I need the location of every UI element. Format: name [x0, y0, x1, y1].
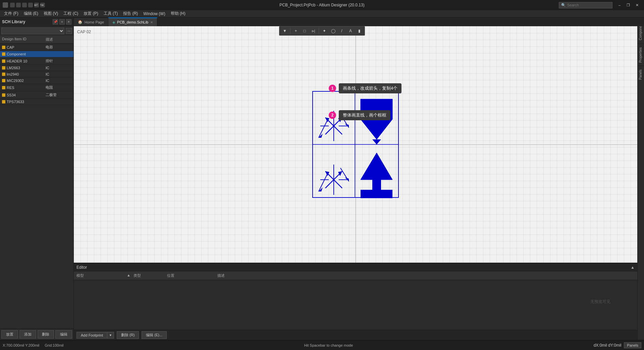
col-description: 描述: [215, 272, 637, 279]
tab-home-page[interactable]: 🏠 Home Page: [74, 17, 108, 26]
window-controls: – ❐ ✕: [615, 2, 641, 8]
canvas-background: CAP 02: [74, 26, 637, 263]
statusbar-grid: Grid:100mil: [45, 343, 63, 347]
component-table-header: Design Item ID 描述: [0, 36, 73, 44]
annotation-1: 1 画条线，改成箭头，复制4个: [329, 83, 401, 93]
window-title: PCB_Project.PrjPcb - Altium Designer (20…: [279, 3, 364, 7]
undo-icon[interactable]: ↩: [34, 3, 39, 7]
tab-home-label: Home Page: [85, 20, 104, 24]
statusbar: X:700.000mil Y:200mil Grid:100mil Hit Sp…: [0, 340, 644, 350]
list-item[interactable]: SS34 二极管: [0, 91, 73, 99]
add-footprint-split-button: Add Footprint ▼: [76, 332, 114, 339]
component-search-button[interactable]: ···: [66, 28, 72, 34]
annotation-text-1: 画条线，改成箭头，复制4个: [339, 83, 401, 93]
restore-button[interactable]: ❐: [624, 2, 633, 8]
add-footprint-dropdown-button[interactable]: ▼: [107, 332, 114, 339]
panel-close-icon[interactable]: ✕: [66, 19, 71, 25]
rectangle-button[interactable]: □: [301, 27, 309, 35]
sidebar-item-panels[interactable]: Panels: [638, 66, 644, 83]
menu-view[interactable]: 视图 (V): [41, 10, 61, 17]
list-item[interactable]: LM2663 IC: [0, 65, 73, 71]
menu-window[interactable]: Window (W): [141, 11, 168, 17]
print-icon[interactable]: [28, 3, 33, 7]
component-symbol-area: [312, 91, 399, 198]
col-sort[interactable]: ▲: [124, 272, 131, 279]
list-item[interactable]: MIC29302 IC: [0, 78, 73, 84]
col-position: 位置: [164, 272, 215, 279]
search-box[interactable]: 🔍: [559, 2, 612, 8]
place-button[interactable]: 放置: [1, 330, 18, 339]
svg-line-24: [319, 175, 327, 191]
add-object-button[interactable]: +: [292, 27, 300, 35]
menu-file[interactable]: 文件 (F): [1, 10, 21, 17]
filter-button[interactable]: ▼: [281, 27, 289, 35]
add-button[interactable]: 添加: [19, 330, 36, 339]
menu-reports[interactable]: 报告 (R): [120, 10, 141, 17]
editor-title: Editor: [76, 265, 87, 270]
align-button[interactable]: ⊳|: [309, 27, 317, 35]
list-item[interactable]: TPS73633: [0, 99, 73, 105]
list-item[interactable]: RES 电阻: [0, 84, 73, 91]
panel-menu-icon[interactable]: ≡: [59, 19, 65, 25]
editor-panel: Editor ▲ 模型 ▲ 类型 位置 描述 无预览可见 Add Footpri…: [74, 263, 637, 340]
star-button[interactable]: ✦: [320, 27, 328, 35]
list-item[interactable]: Component: [0, 51, 73, 57]
sidebar-item-properties[interactable]: Properties: [638, 44, 644, 66]
home-icon: 🏠: [78, 20, 83, 24]
save-icon[interactable]: [10, 3, 15, 7]
schlib-icon: ◈: [112, 20, 115, 25]
edit-button[interactable]: 编辑: [55, 330, 72, 339]
app-icon: [3, 2, 8, 8]
text-button[interactable]: A: [346, 27, 355, 35]
tab-close-icon[interactable]: ✕: [150, 20, 153, 24]
editor-bottom-bar: Add Footprint ▼ 删除 (R) 编辑 (E)...: [74, 330, 637, 340]
panel-search-bar: ···: [0, 26, 73, 36]
editor-empty-state: [74, 280, 637, 330]
svg-line-10: [319, 121, 327, 138]
tab-pcb-label: PCB_demo.SchLib: [117, 20, 148, 24]
add-footprint-button[interactable]: Add Footprint: [76, 332, 107, 339]
list-item[interactable]: HEADER 10 排针: [0, 57, 73, 65]
col-desc: 描述: [44, 36, 70, 43]
fill-button[interactable]: ▮: [355, 27, 363, 35]
quick-access-toolbar: ↩ ↪: [10, 3, 45, 7]
editor-expand-icon[interactable]: ▲: [631, 265, 635, 270]
menu-place[interactable]: 放置 (P): [81, 10, 101, 17]
panel-title: SCH Library: [2, 19, 25, 24]
new-icon[interactable]: [22, 3, 27, 7]
col-type: 类型: [131, 272, 164, 279]
menu-help[interactable]: 帮助 (H): [168, 10, 188, 17]
panels-button[interactable]: Panels: [624, 342, 641, 348]
open-icon[interactable]: [16, 3, 21, 7]
svg-marker-28: [361, 153, 392, 180]
menu-project[interactable]: 工程 (C): [61, 10, 81, 17]
svg-rect-30: [361, 190, 392, 198]
close-button[interactable]: ✕: [633, 2, 641, 8]
delete-model-button[interactable]: 删除 (R): [117, 331, 139, 339]
minimize-button[interactable]: –: [615, 2, 624, 8]
panel-header: SCH Library 📌 ≡ ✕: [0, 17, 73, 26]
line-button[interactable]: /: [338, 27, 346, 35]
annotation-2: 2 整体画直线，画个框框: [329, 110, 390, 120]
menu-tools[interactable]: 工具 (T): [101, 10, 121, 17]
panel-header-icons: 📌 ≡ ✕: [53, 19, 71, 25]
redo-icon[interactable]: ↪: [40, 3, 45, 7]
cap-label: CAP 02: [77, 30, 91, 34]
search-input[interactable]: [567, 3, 607, 7]
menu-edit[interactable]: 编辑 (E): [21, 10, 41, 17]
delete-button[interactable]: 删除: [38, 330, 54, 339]
annotation-number-2: 2: [329, 112, 336, 119]
edit-model-button[interactable]: 编辑 (E)...: [142, 331, 167, 339]
tab-bar: 🏠 Home Page ◈ PCB_demo.SchLib ✕: [74, 17, 644, 26]
editor-table-header: 模型 ▲ 类型 位置 描述: [74, 271, 637, 280]
menubar: 文件 (F) 编辑 (E) 视图 (V) 工程 (C) 放置 (P) 工具 (T…: [0, 10, 644, 17]
list-item[interactable]: lm2940 IC: [0, 71, 73, 78]
main-canvas[interactable]: CAP 02: [74, 26, 637, 263]
list-item[interactable]: CAP 电容: [0, 44, 73, 51]
eraser-button[interactable]: ◯: [329, 27, 337, 35]
toolbar-separator-1: [290, 28, 290, 34]
component-search-select[interactable]: [1, 28, 64, 34]
tab-pcb-demo[interactable]: ◈ PCB_demo.SchLib ✕: [108, 17, 157, 26]
titlebar-right: 🔍 – ❐ ✕: [559, 2, 641, 8]
panel-pin-icon[interactable]: 📌: [53, 19, 58, 25]
